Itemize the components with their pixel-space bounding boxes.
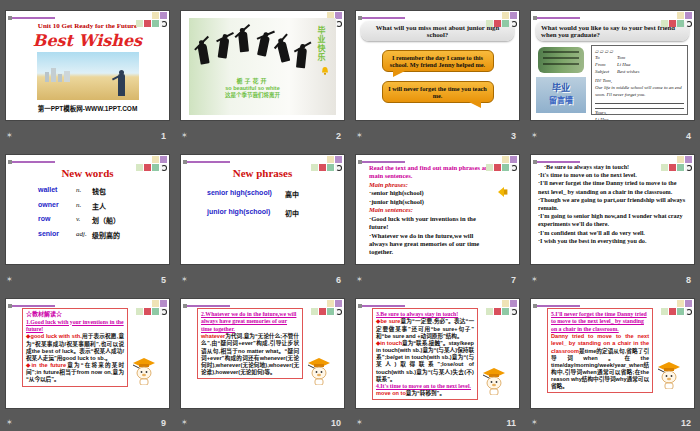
grammar-note-box: 2.Whatever we do in the future,we will a…	[197, 308, 303, 379]
speech-bubble-2: I will never forget the time you teach m…	[382, 81, 494, 103]
transition-star-icon[interactable]: ✶	[531, 419, 538, 427]
slide-accent-line	[186, 305, 230, 307]
main-sentences-label: Main sentences:	[369, 206, 493, 214]
transition-star-icon[interactable]: ✶	[356, 419, 363, 427]
slide-number: 1	[161, 131, 166, 141]
vertical-graduation-caption: 毕业快乐	[315, 26, 326, 62]
template-decoration-icons	[133, 156, 167, 172]
template-decoration-icons	[308, 300, 342, 316]
slide-thumbnail-12[interactable]: 5.I'll never forget the time Danny tried…	[531, 299, 694, 408]
slide-thumbnail-10[interactable]: 2.Whatever we do in the future,we will a…	[181, 299, 344, 408]
vocabulary-list: walletn.钱包 ownern.主人 rowv.划（船） senioradj…	[38, 186, 169, 240]
slide-cell-9: ☆教材解读☆ 1.Good luck with your inventions …	[0, 288, 175, 431]
transition-star-icon[interactable]: ✶	[356, 132, 363, 140]
note-point-title: 2.Whatever we do in the future,we will a…	[201, 311, 299, 333]
transition-star-icon[interactable]: ✶	[531, 276, 538, 284]
slide-sorter-grid: Unit 10 Get Ready for the Future Best Wi…	[0, 0, 700, 431]
slide-number: 3	[511, 131, 516, 141]
transition-star-icon[interactable]: ✶	[356, 276, 363, 284]
slide-accent-line	[361, 17, 405, 19]
slide-cell-6: New phrases senior high(school)高中 junior…	[175, 144, 350, 288]
slide-thumbnail-9[interactable]: ☆教材解读☆ 1.Good luck with your inventions …	[6, 299, 169, 408]
slide-cell-8: ·Be sure to always stay in touch! ·It's …	[525, 144, 700, 288]
template-credit: 第一PPT模板网-WWW.1PPT.COM	[6, 103, 169, 113]
slide-cell-3: What will you miss most about junior hig…	[350, 0, 525, 144]
sentence-item: ·Whatever we do in the future,we will al…	[369, 232, 493, 257]
slide-thumbnail-4[interactable]: What would you like to say to your best …	[531, 11, 694, 120]
slide-cell-1: Unit 10 Get Ready for the Future Best Wi…	[0, 0, 175, 144]
grammar-note-box: ☆教材解读☆ 1.Good luck with your inventions …	[22, 308, 128, 387]
sentence-item: ·Good luck with your inventions in the f…	[369, 215, 493, 232]
slide-thumbnail-11[interactable]: 3.Be sure to always stay in touch! ◆be s…	[356, 299, 519, 408]
template-decoration-icons	[483, 300, 517, 316]
slide-number: 6	[336, 275, 341, 285]
note-header: ☆教材解读☆	[26, 311, 124, 319]
phrase-list: senior high(school)高中 junior high(school…	[207, 189, 344, 218]
template-decoration-icons	[658, 156, 692, 172]
slide-accent-line	[536, 305, 580, 307]
slide-accent-line	[536, 17, 580, 19]
template-decoration-icons	[483, 12, 517, 28]
slide-cell-10: 2.Whatever we do in the future,we will a…	[175, 288, 350, 431]
template-decoration-icons	[658, 300, 692, 316]
slide-thumbnail-2[interactable]: 栀子花开 so beautiful so white 这是个季节我们将离开 毕业…	[181, 11, 344, 120]
slide-thumbnail-7[interactable]: Read the text and find out main phrases …	[356, 155, 519, 264]
slide-number: 8	[686, 275, 691, 285]
slide-cell-12: 5.I'll never forget the time Danny tried…	[525, 288, 700, 431]
transition-star-icon[interactable]: ✶	[6, 419, 13, 427]
slide-cell-2: 栀子花开 so beautiful so white 这是个季节我们将离开 毕业…	[175, 0, 350, 144]
slide-number: 7	[511, 275, 516, 285]
slide-accent-line	[11, 17, 55, 19]
template-decoration-icons	[483, 156, 517, 172]
slide-cell-11: 3.Be sure to always stay in touch! ◆be s…	[350, 288, 525, 431]
template-decoration-icons	[133, 300, 167, 316]
blank-line	[595, 104, 684, 109]
transition-star-icon[interactable]: ✶	[6, 276, 13, 284]
transition-star-icon[interactable]: ✶	[531, 132, 538, 140]
speech-bubble-1: I remember the day I came to this school…	[382, 50, 494, 72]
slide-thumbnail-3[interactable]: What will you miss most about junior hig…	[356, 11, 519, 120]
slide-accent-line	[186, 161, 230, 163]
phrase-item: ·senior high(school)	[369, 189, 493, 197]
template-decoration-icons	[133, 12, 167, 28]
note-point-title: 5.I'll never forget the time Danny tried…	[551, 311, 649, 333]
slide-accent-line	[361, 161, 405, 163]
farewell-letter-form: ▱▱▱▱ ToTom FromLi Hua SubjectBest wishes…	[591, 45, 688, 115]
transition-star-icon[interactable]: ✶	[181, 419, 188, 427]
reading-task: Read the text and find out main phrases …	[369, 164, 493, 181]
key-sentences-list: ·Be sure to always stay in touch! ·It's …	[538, 163, 688, 245]
graduate-mascot-illustration	[131, 355, 157, 385]
note-point-title: 1.Good luck with your inventions in the …	[26, 319, 124, 334]
slide-accent-line	[11, 161, 55, 163]
graduate-mascot-illustration	[306, 355, 332, 385]
slide-thumbnail-5[interactable]: New words walletn.钱包 ownern.主人 rowv.划（船）…	[6, 155, 169, 264]
slide-number: 12	[681, 418, 691, 428]
audio-horn-icon[interactable]	[498, 187, 509, 197]
slide-cell-5: New words walletn.钱包 ownern.主人 rowv.划（船）…	[0, 144, 175, 288]
graduates-jumping-photo: 栀子花开 so beautiful so white 这是个季节我们将离开 毕业…	[189, 18, 336, 115]
graduation-message-photo	[538, 47, 584, 73]
grammar-note-box: 5.I'll never forget the time Danny tried…	[547, 308, 653, 393]
slide-thumbnail-6[interactable]: New phrases senior high(school)高中 junior…	[181, 155, 344, 264]
slide-thumbnail-1[interactable]: Unit 10 Get Ready for the Future Best Wi…	[6, 11, 169, 120]
grammar-note-box: 3.Be sure to always stay in touch! ◆be s…	[372, 308, 478, 400]
template-decoration-icons	[658, 12, 692, 28]
transition-star-icon[interactable]: ✶	[6, 132, 13, 140]
message-wall-photo: 毕业 留言墙	[536, 77, 586, 113]
desert-city-image	[37, 52, 139, 100]
transition-star-icon[interactable]: ✶	[181, 276, 188, 284]
song-lyrics: 栀子花开 so beautiful so white 这是个季节我们将离开	[189, 76, 316, 99]
slide-accent-line	[361, 305, 405, 307]
main-phrases-label: Main phrases:	[369, 181, 493, 189]
letter-toolbar-icons: ▱▱▱▱	[595, 48, 684, 55]
graduate-mascot-illustration	[656, 359, 682, 389]
slide-accent-line	[11, 305, 55, 307]
transition-star-icon[interactable]: ✶	[181, 132, 188, 140]
slide-thumbnail-8[interactable]: ·Be sure to always stay in touch! ·It's …	[531, 155, 694, 264]
slide-number: 2	[336, 131, 341, 141]
slide-number: 5	[161, 275, 166, 285]
slide-cell-4: What would you like to say to your best …	[525, 0, 700, 144]
slide-number: 11	[506, 418, 516, 428]
businessman-figure	[118, 74, 125, 96]
slide-number: 10	[331, 418, 341, 428]
